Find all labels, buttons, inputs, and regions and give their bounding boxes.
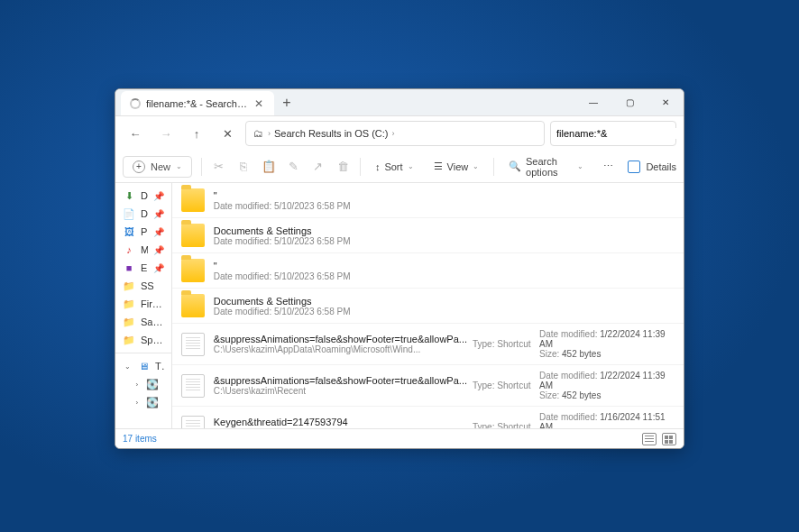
up-button[interactable]: ↑	[184, 121, 209, 146]
details-view-icon[interactable]	[642, 433, 657, 445]
search-options-label: Search options	[526, 156, 573, 178]
details-button[interactable]: Details	[628, 161, 676, 173]
breadcrumb[interactable]: 🗂 › Search Results in OS (C:) ›	[245, 121, 545, 146]
file-icon	[181, 333, 205, 356]
share-icon[interactable]: ↗	[310, 157, 326, 177]
sidebar-item[interactable]: 📁 SS	[115, 277, 171, 295]
file-path: C:\Users\kazim\Recent	[214, 386, 467, 396]
drive-icon: 💽	[146, 378, 159, 390]
sort-button[interactable]: ↕ Sort ⌄	[370, 158, 419, 176]
view-button[interactable]: ☰ View ⌄	[428, 157, 485, 176]
sidebar-item[interactable]: ■ E:\ 📌	[115, 259, 171, 277]
pin-icon: 📌	[153, 209, 164, 219]
sidebar-item[interactable]: 🖼 Pictures 📌	[115, 223, 171, 241]
sidebar-item-icon: 🖼	[123, 225, 135, 238]
sidebar-item[interactable]: ♪ Music 📌	[115, 241, 171, 259]
sidebar-item-icon: 📁	[123, 316, 135, 328]
chevron-right-icon: ›	[268, 129, 271, 138]
delete-icon[interactable]: 🗑	[335, 157, 352, 177]
file-row[interactable]: Documents & Settings Date modified: 5/10…	[172, 289, 684, 324]
titlebar: filename:*& - Search Results in ✕ + — ▢ …	[115, 89, 684, 116]
details-label: Details	[646, 161, 676, 172]
file-row[interactable]: Documents & Settings Date modified: 5/10…	[172, 218, 684, 253]
pin-icon: 📌	[153, 263, 164, 273]
sidebar-item-label: E:\	[141, 262, 148, 273]
pin-icon: 📌	[153, 245, 164, 255]
statusbar: 17 items	[115, 428, 684, 448]
maximize-button[interactable]: ▢	[611, 89, 647, 115]
sidebar-item-label: Documents	[141, 208, 148, 219]
close-button[interactable]: ✕	[647, 89, 684, 115]
sidebar-item-label: SS	[141, 280, 164, 291]
file-type: Type: Shortcut	[467, 422, 539, 428]
file-name: Documents & Settings	[214, 296, 675, 307]
pc-icon: 🖥	[137, 360, 150, 372]
sidebar-item-this-pc[interactable]: ⌄ 🖥 This PC	[115, 357, 171, 375]
minimize-button[interactable]: —	[575, 89, 611, 115]
folder-icon	[181, 188, 205, 212]
chevron-down-icon: ⌄	[577, 162, 583, 170]
folder-icon	[181, 294, 205, 317]
sidebar-item-icon: 📁	[123, 334, 135, 346]
tab-close-icon[interactable]: ✕	[253, 97, 265, 110]
back-button[interactable]: ←	[123, 121, 148, 146]
more-button[interactable]: ⋯	[598, 157, 619, 176]
file-name: &suppressAnimations=false&showFooter=tru…	[214, 375, 467, 386]
file-date-modified: Date modified: 1/22/2024 11:39 AM	[539, 329, 675, 349]
cut-icon[interactable]: ✂	[211, 157, 227, 177]
sidebar-item[interactable]: 📁 Samsung	[115, 313, 171, 331]
file-date-modified: Date modified: 5/10/2023 6:58 PM	[214, 236, 675, 246]
sidebar-item[interactable]: 📁 Firestick	[115, 295, 171, 313]
file-date-modified: Date modified: 5/10/2023 6:58 PM	[214, 307, 675, 316]
search-input[interactable]	[556, 128, 681, 139]
sidebar-item-icon: 📄	[123, 207, 135, 220]
search-icon: 🔍	[509, 161, 521, 172]
file-name: "	[214, 261, 675, 271]
file-size: Size: 452 bytes	[539, 349, 675, 359]
sidebar-item-drive[interactable]: › 💽 New Volume (E	[115, 393, 171, 411]
file-row[interactable]: " Date modified: 5/10/2023 6:58 PM	[172, 183, 684, 218]
tab-title: filename:*& - Search Results in	[146, 98, 247, 109]
breadcrumb-text: Search Results in OS (C:)	[274, 128, 389, 139]
sidebar-item-icon: 📁	[123, 280, 135, 292]
copy-icon[interactable]: ⎘	[235, 157, 252, 177]
paste-icon[interactable]: 📋	[261, 157, 277, 177]
sidebar-item[interactable]: ⬇ Downloads 📌	[115, 187, 171, 205]
new-tab-button[interactable]: +	[274, 89, 299, 115]
sidebar-item-icon: 📁	[123, 298, 135, 310]
sidebar-item-icon: ♪	[123, 243, 135, 256]
folder-icon	[181, 259, 205, 282]
file-row[interactable]: &suppressAnimations=false&showFooter=tru…	[172, 365, 684, 407]
rename-icon[interactable]: ✎	[285, 157, 301, 177]
file-name: Keygen&threatid=2147593794	[214, 417, 467, 427]
sidebar-item-drive[interactable]: › 💽 OS (C:)	[115, 375, 171, 393]
thumbnails-view-icon[interactable]	[662, 433, 676, 445]
chevron-right-icon: ›	[133, 381, 141, 389]
forward-button[interactable]: →	[153, 121, 179, 146]
pin-icon: 📌	[153, 191, 164, 201]
view-label: View	[447, 161, 469, 172]
sidebar[interactable]: ⬇ Downloads 📌📄 Documents 📌🖼 Pictures 📌♪ …	[115, 183, 172, 428]
file-list[interactable]: " Date modified: 5/10/2023 6:58 PM Docum…	[172, 183, 684, 428]
file-row[interactable]: " Date modified: 5/10/2023 6:58 PM	[172, 253, 684, 289]
pin-icon: 📌	[153, 227, 164, 237]
file-size: Size: 452 bytes	[539, 390, 675, 400]
chevron-right-icon: ›	[133, 399, 141, 407]
chevron-down-icon: ⌄	[473, 162, 479, 170]
stop-button[interactable]: ✕	[215, 121, 240, 146]
sidebar-item[interactable]: 📁 Spiti Trip	[115, 331, 171, 349]
sidebar-item[interactable]: 📄 Documents 📌	[115, 205, 171, 223]
sort-icon: ↕	[375, 161, 381, 172]
search-box[interactable]: ✕ 🔍	[550, 121, 676, 146]
file-row[interactable]: Keygen&threatid=2147593794 C:\Users\kazi…	[172, 407, 684, 428]
new-button[interactable]: + New ⌄	[123, 156, 192, 178]
sidebar-item-label: Downloads	[141, 190, 148, 201]
sidebar-item-label: Samsung	[141, 316, 164, 327]
tab-active[interactable]: filename:*& - Search Results in ✕	[121, 91, 274, 115]
search-options-button[interactable]: 🔍 Search options ⌄	[503, 152, 589, 181]
chevron-down-icon: ⌄	[408, 162, 414, 170]
drive-icon: 💽	[146, 396, 159, 408]
explorer-window: filename:*& - Search Results in ✕ + — ▢ …	[115, 88, 684, 449]
loading-spinner-icon	[130, 98, 141, 109]
file-row[interactable]: &suppressAnimations=false&showFooter=tru…	[172, 324, 684, 365]
